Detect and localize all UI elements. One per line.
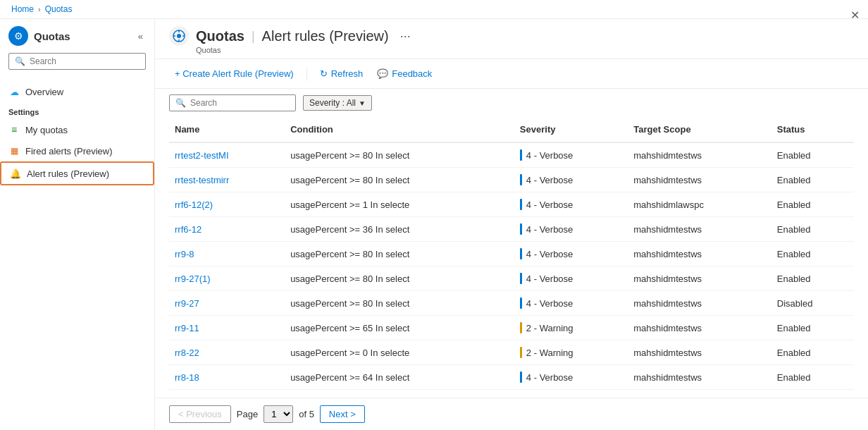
row-target-scope: mahshidmlawspc bbox=[628, 192, 771, 217]
row-name-link[interactable]: rrtest2-testMI bbox=[175, 150, 229, 161]
row-severity: 4 - Verbose bbox=[520, 149, 622, 161]
feedback-label: Feedback bbox=[392, 68, 432, 79]
severity-bar-icon bbox=[520, 347, 522, 358]
refresh-label: Refresh bbox=[331, 68, 364, 79]
page-title-separator: | bbox=[252, 29, 255, 44]
row-status: Enabled bbox=[771, 316, 854, 340]
sidebar-item-my-quotas-label: My quotas bbox=[25, 125, 68, 135]
more-options-button[interactable]: ··· bbox=[396, 27, 415, 45]
table-row: rr8-22 usagePercent >= 0 In selecte 2 - … bbox=[169, 340, 854, 365]
page-label: Page bbox=[237, 409, 258, 419]
row-name-link[interactable]: rr8-22 bbox=[175, 348, 199, 358]
filter-search-icon: 🔍 bbox=[175, 98, 186, 108]
breadcrumb-quotas[interactable]: Quotas bbox=[45, 4, 73, 14]
filter-search-box[interactable]: 🔍 bbox=[169, 94, 296, 111]
row-condition: usagePercent >= 80 In select bbox=[285, 291, 514, 316]
page-header: Quotas | Alert rules (Preview) ··· Quota… bbox=[155, 19, 868, 59]
sidebar-search-box[interactable]: 🔍 bbox=[8, 53, 146, 70]
row-status: Enabled bbox=[771, 192, 854, 217]
close-button[interactable]: ✕ bbox=[850, 8, 860, 22]
feedback-button[interactable]: 💬 Feedback bbox=[371, 65, 438, 82]
row-severity: 4 - Verbose bbox=[520, 273, 622, 284]
table-row: rr9-8 usagePercent >= 80 In select 4 - V… bbox=[169, 242, 854, 266]
sidebar-icon: ⚙ bbox=[8, 26, 28, 46]
row-name-link[interactable]: rr9-8 bbox=[175, 249, 194, 259]
alert-rules-table-container: Name Condition Severity Target Scope Sta… bbox=[155, 117, 868, 398]
severity-label: 2 - Warning bbox=[526, 348, 574, 358]
row-condition: usagePercent >= 80 In select bbox=[285, 242, 514, 266]
fired-alerts-icon: ▦ bbox=[8, 145, 20, 156]
page-title: Quotas bbox=[196, 28, 244, 44]
severity-label: 4 - Verbose bbox=[526, 372, 574, 383]
severity-label: 2 - Warning bbox=[526, 323, 574, 333]
page-header-icon bbox=[169, 26, 189, 46]
sidebar-item-alert-rules-label: Alert rules (Preview) bbox=[27, 168, 109, 179]
row-name-link[interactable]: rr9-27 bbox=[175, 298, 199, 309]
page-select[interactable]: 1 2 3 4 5 bbox=[264, 405, 293, 423]
row-target-scope: mahshidmtestws bbox=[628, 266, 771, 291]
of-label: of 5 bbox=[299, 409, 314, 419]
pagination: < Previous Page 1 2 3 4 5 of 5 Next > bbox=[155, 398, 868, 430]
create-alert-rule-button[interactable]: + Create Alert Rule (Preview) bbox=[169, 65, 299, 82]
row-condition: usagePercent >= 0 In selecte bbox=[285, 340, 514, 365]
row-severity: 4 - Verbose bbox=[520, 297, 622, 309]
filter-bar: 🔍 Severity : All ▼ bbox=[155, 89, 868, 117]
row-status: Enabled bbox=[771, 266, 854, 291]
breadcrumb-sep1: › bbox=[38, 5, 41, 13]
sidebar-search-icon: 🔍 bbox=[15, 56, 25, 66]
severity-bar-icon bbox=[520, 174, 522, 185]
next-page-button[interactable]: Next > bbox=[320, 405, 365, 423]
filter-search-input[interactable] bbox=[190, 98, 290, 108]
row-name-link[interactable]: rrf6-12(2) bbox=[175, 199, 213, 210]
table-header-row: Name Condition Severity Target Scope Sta… bbox=[169, 117, 854, 142]
row-severity: 4 - Verbose bbox=[520, 248, 622, 259]
svg-point-1 bbox=[177, 34, 181, 38]
page-subtitle: Alert rules (Preview) bbox=[262, 28, 389, 44]
row-name-link[interactable]: rr9-11 bbox=[175, 323, 199, 333]
row-condition: usagePercent >= 65 In select bbox=[285, 316, 514, 340]
sidebar-section-settings: Settings bbox=[0, 102, 154, 119]
breadcrumb-home[interactable]: Home bbox=[11, 4, 34, 14]
col-header-severity: Severity bbox=[514, 117, 628, 142]
row-status: Enabled bbox=[771, 365, 854, 390]
previous-page-button[interactable]: < Previous bbox=[169, 405, 231, 423]
severity-bar-icon bbox=[520, 248, 522, 259]
row-target-scope: mahshidmtestws bbox=[628, 316, 771, 340]
severity-label: 4 - Verbose bbox=[526, 274, 574, 284]
row-status: Enabled bbox=[771, 242, 854, 266]
sidebar-item-fired-alerts-label: Fired alerts (Preview) bbox=[25, 146, 113, 156]
row-target-scope: mahshidmtestws bbox=[628, 217, 771, 242]
row-target-scope: mahshidmtestws bbox=[628, 291, 771, 316]
severity-bar-icon bbox=[520, 322, 522, 333]
row-target-scope: mahshidmtestws bbox=[628, 242, 771, 266]
row-condition: usagePercent >= 1 In selecte bbox=[285, 192, 514, 217]
sidebar-search-input[interactable] bbox=[30, 56, 140, 66]
row-condition: usagePercent >= 36 In select bbox=[285, 217, 514, 242]
severity-bar-icon bbox=[520, 223, 522, 235]
sidebar-item-overview[interactable]: ☁ Overview bbox=[0, 81, 154, 102]
row-condition: usagePercent >= 80 In select bbox=[285, 142, 514, 168]
severity-bar-icon bbox=[520, 149, 522, 161]
row-name-link[interactable]: rrtest-testmirr bbox=[175, 175, 229, 185]
table-row: rrtest-testmirr usagePercent >= 80 In se… bbox=[169, 168, 854, 192]
sidebar-item-fired-alerts[interactable]: ▦ Fired alerts (Preview) bbox=[0, 140, 154, 161]
row-target-scope: mahshidmtestws bbox=[628, 365, 771, 390]
sidebar-collapse-button[interactable]: « bbox=[135, 30, 146, 43]
toolbar: + Create Alert Rule (Preview) ↻ Refresh … bbox=[155, 59, 868, 89]
severity-filter-dropdown-icon: ▼ bbox=[359, 99, 366, 107]
row-name-link[interactable]: rr9-27(1) bbox=[175, 274, 211, 284]
row-target-scope: mahshidmtestws bbox=[628, 340, 771, 365]
toolbar-separator bbox=[306, 67, 307, 81]
feedback-icon: 💬 bbox=[377, 68, 388, 79]
row-severity: 4 - Verbose bbox=[520, 223, 622, 235]
content-area: Quotas | Alert rules (Preview) ··· Quota… bbox=[155, 19, 868, 430]
table-row: rrf6-12(2) usagePercent >= 1 In selecte … bbox=[169, 192, 854, 217]
sidebar-item-alert-rules[interactable]: 🔔 Alert rules (Preview) bbox=[0, 161, 154, 185]
severity-filter-tag[interactable]: Severity : All ▼ bbox=[303, 95, 372, 111]
row-name-link[interactable]: rrf6-12 bbox=[175, 224, 202, 235]
refresh-icon: ↻ bbox=[320, 68, 328, 79]
refresh-button[interactable]: ↻ Refresh bbox=[314, 65, 369, 82]
row-name-link[interactable]: rr8-18 bbox=[175, 372, 199, 383]
sidebar-item-my-quotas[interactable]: ≡ My quotas bbox=[0, 119, 154, 140]
alert-rules-icon: 🔔 bbox=[10, 168, 21, 179]
